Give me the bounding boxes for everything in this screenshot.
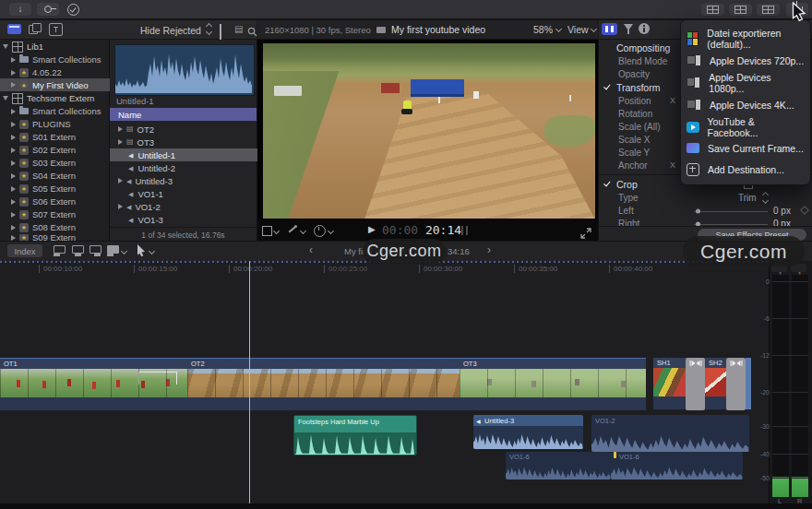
browser-filmstrip[interactable]	[114, 44, 255, 96]
timeline-clip-footsteps[interactable]: Footsteps Hard Marble Up	[293, 415, 417, 456]
view-dropdown[interactable]: View	[567, 24, 589, 35]
inspector-layout-button[interactable]	[757, 4, 780, 16]
menu-item-export-file[interactable]: Datei exportieren (default)...	[687, 28, 805, 49]
keywords-button[interactable]	[37, 3, 59, 16]
disclosure-triangle-icon[interactable]	[11, 212, 16, 218]
menu-item-apple-720p[interactable]: Apple Devices 720p...	[687, 50, 805, 71]
sidebar-item-lib1[interactable]: Lib1	[0, 41, 112, 53]
sidebar-item-40522[interactable]: ★ 4.05.22	[0, 66, 120, 78]
playhead[interactable]	[249, 261, 250, 503]
timeline-clip-vo1-2[interactable]: VO1-2	[591, 415, 749, 452]
sidebar-item-s05[interactable]: ★ S05 Extern	[0, 183, 120, 195]
list-item-untitled-2[interactable]: ◀ Untitled-2	[110, 161, 275, 174]
overwrite-clip-button[interactable]	[107, 245, 119, 256]
sidebar-item-s08[interactable]: ★ S08 Extern	[0, 221, 120, 233]
disclosure-triangle-icon[interactable]	[11, 173, 16, 179]
timeline-clip-untitled-3[interactable]: ◀ Untitled-3	[473, 415, 583, 449]
play-button[interactable]: ▶	[368, 225, 376, 234]
sidebar-item-s02[interactable]: ★ S02 Extern	[0, 144, 120, 156]
crop-type-stepper-icon[interactable]	[763, 193, 768, 203]
tab-effects-inspector[interactable]	[624, 24, 633, 30]
append-clip-button[interactable]	[90, 245, 102, 256]
index-button[interactable]: Index	[7, 244, 42, 257]
timeline-clip-vo1-6a[interactable]: VO1-6	[506, 452, 611, 479]
inspector-row-left[interactable]: Left	[618, 206, 634, 216]
timeline-nav-next[interactable]: ›	[487, 243, 491, 256]
search-button[interactable]	[247, 24, 257, 41]
list-item-vo1-2[interactable]: ◀ VO1-2	[110, 200, 265, 213]
viewer-video-frame[interactable]	[263, 43, 595, 219]
inspector-row-scale-y[interactable]: Scale Y	[618, 148, 650, 158]
timeline-clip-vo1-6b[interactable]: VO1-6	[611, 452, 743, 479]
timeline-clip-ot2[interactable]: OT2	[187, 358, 460, 410]
select-tool-button[interactable]	[137, 244, 146, 261]
disclosure-triangle-icon[interactable]	[118, 204, 123, 209]
sidebar-item-plugins[interactable]: ★ PLUGINS	[0, 118, 120, 130]
list-item-ot3[interactable]: ▤ OT3	[110, 136, 265, 148]
disclosure-triangle-icon[interactable]	[11, 135, 16, 140]
transition-cross-dissolve-1[interactable]	[686, 358, 705, 410]
inspector-row-opacity[interactable]: Opacity	[618, 69, 650, 79]
disclosure-triangle-icon[interactable]	[118, 178, 123, 183]
crop-left-value[interactable]: 0 px	[773, 206, 791, 216]
retime-tool-button[interactable]	[314, 225, 326, 237]
filter-stepper-icon[interactable]	[207, 24, 211, 34]
filter-dropdown[interactable]: Hide Rejected	[140, 25, 201, 36]
sidebar-item-s04[interactable]: ★ S04 Extern	[0, 170, 120, 182]
sidebar-item-techsome-extern[interactable]: Techsome Extern	[0, 92, 112, 104]
inspector-row-scale-x[interactable]: Scale X	[618, 135, 650, 145]
inspector-section-crop[interactable]: Crop	[616, 179, 638, 190]
disclosure-triangle-icon[interactable]	[3, 96, 8, 101]
inspector-section-compositing[interactable]: Compositing	[616, 42, 670, 53]
disclosure-triangle-icon[interactable]	[11, 225, 16, 231]
tab-video-inspector[interactable]	[602, 23, 617, 35]
menu-item-save-current-frame[interactable]: Save Current Frame...	[687, 137, 805, 159]
disclosure-triangle-icon[interactable]	[11, 160, 16, 166]
background-tasks-button[interactable]	[63, 3, 83, 16]
menu-item-apple-4k[interactable]: Apple Devices 4K...	[687, 94, 805, 115]
insert-clip-button[interactable]	[72, 245, 84, 256]
timeline-clip-ot3[interactable]: OT3	[460, 358, 646, 410]
timeline-ruler[interactable]: 00:00:10:00 00:00:15:00 00:00:20:00 00:0…	[0, 263, 769, 275]
connect-clip-button[interactable]	[54, 245, 66, 256]
disclosure-triangle-icon[interactable]	[11, 109, 16, 114]
inspector-section-transform[interactable]: Transform	[616, 82, 660, 93]
timeline-clip-ot1[interactable]: OT1	[0, 358, 187, 410]
disclosure-triangle-icon[interactable]	[11, 70, 16, 76]
photos-pane-toggle[interactable]	[29, 23, 41, 34]
disclosure-triangle-icon[interactable]	[11, 148, 16, 153]
disclosure-triangle-icon[interactable]	[118, 126, 123, 132]
list-item-untitled-3[interactable]: ◀ Untitled-3	[110, 174, 265, 187]
titles-pane-toggle[interactable]	[49, 23, 63, 36]
inspector-row-type[interactable]: Type	[618, 193, 639, 203]
crop-type-value[interactable]: Trim	[738, 193, 757, 203]
tab-info-inspector[interactable]	[639, 23, 650, 34]
disclosure-triangle-icon[interactable]	[11, 57, 16, 63]
disclosure-triangle-icon[interactable]	[118, 139, 123, 145]
zoom-level-dropdown[interactable]: 58%	[533, 24, 553, 35]
disclosure-triangle-icon[interactable]	[11, 235, 16, 241]
list-name-header[interactable]: Name	[110, 108, 257, 121]
marker-icon[interactable]	[614, 452, 616, 458]
timeline-clip-sh1[interactable]: SH1	[653, 358, 686, 409]
menu-item-add-destination[interactable]: Add Destination...	[687, 159, 805, 180]
inspector-row-blend-mode[interactable]: Blend Mode	[618, 56, 667, 66]
crop-tool-button[interactable]	[262, 226, 272, 236]
list-item-untitled-1[interactable]: ◀ Untitled-1	[110, 148, 275, 161]
disclosure-triangle-icon[interactable]	[11, 186, 16, 192]
sidebar-item-my-first-video[interactable]: ★ My First Video	[0, 78, 120, 91]
enhance-tool-button[interactable]	[287, 225, 297, 235]
import-media-button[interactable]: ↓	[9, 3, 31, 16]
sidebar-item-s07[interactable]: ★ S07 Extern	[0, 208, 120, 220]
inspector-row-scale-all[interactable]: Scale (All)	[618, 122, 661, 132]
disclosure-triangle-icon[interactable]	[11, 199, 16, 205]
menu-item-youtube-facebook[interactable]: YouTube & Facebook...	[687, 116, 805, 137]
sidebar-item-s03[interactable]: ★ S03 Extern	[0, 157, 120, 169]
list-item-vo1-3[interactable]: ◀ VO1-3	[110, 213, 275, 226]
sidebar-item-s01[interactable]: ★ S01 Extern	[0, 131, 120, 143]
transition-cross-dissolve-2[interactable]	[726, 358, 746, 410]
browser-layout-button[interactable]	[701, 4, 724, 16]
menu-item-apple-1080p[interactable]: Apple Devices 1080p...	[687, 72, 805, 93]
sidebar-item-smart-collections-2[interactable]: Smart Collections	[0, 105, 120, 117]
list-view-button[interactable]: ▤	[234, 24, 243, 34]
